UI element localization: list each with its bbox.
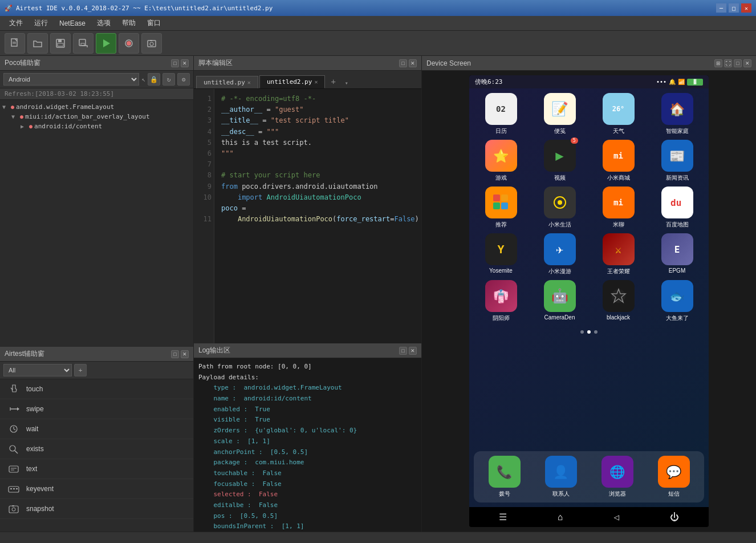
menu-options[interactable]: 选项 (91, 17, 116, 29)
dock-browser[interactable]: 🌐 浏览器 (591, 456, 643, 498)
save-button[interactable] (50, 33, 71, 54)
page-dot-2[interactable] (587, 330, 591, 334)
airtest-close-button[interactable]: ✕ (181, 350, 189, 358)
tab-add-button[interactable]: + (326, 75, 340, 88)
poco-panel-title: Poco辅助窗 (5, 58, 171, 68)
airtest-item-swipe[interactable]: swipe (0, 399, 193, 419)
app-wangzhe[interactable]: ⚔ 王者荣耀 (591, 233, 645, 275)
app-cameraden[interactable]: 🤖 CameraDen (533, 280, 587, 322)
poco-toolbar: Android iOS ↖ 🔒 ↻ ⚙ (0, 71, 193, 88)
app-label-mishop: 小米商城 (607, 174, 630, 182)
dock-browser-icon: 🌐 (601, 456, 633, 488)
app-calendar[interactable]: 02 日历 (474, 93, 528, 135)
screenshot-button[interactable] (141, 33, 162, 54)
menu-file[interactable]: 文件 (3, 17, 29, 29)
poco-refresh-button[interactable]: ↻ (162, 73, 175, 86)
page-dot-3[interactable] (594, 330, 598, 334)
airtest-item-wait[interactable]: wait (0, 419, 193, 439)
airtest-filter-select[interactable]: All (3, 364, 72, 376)
app-milife[interactable]: 小米生活 (533, 187, 587, 229)
app-weather[interactable]: 26° 天气 (591, 93, 645, 135)
tree-toggle-actionbar[interactable]: ▼ (11, 114, 18, 120)
log-float-button[interactable]: □ (399, 347, 407, 355)
tree-toggle-framelayout[interactable]: ▼ (2, 104, 9, 110)
editor-panel-title: 脚本编辑区 (198, 58, 399, 68)
device-grid-button[interactable]: ⊞ (714, 59, 722, 67)
nav-home-button[interactable]: ⌂ (558, 512, 563, 522)
app-dayu[interactable]: 🐟 大鱼来了 (650, 280, 704, 322)
app-icon-wangzhe: ⚔ (603, 233, 635, 265)
menu-help[interactable]: 帮助 (116, 17, 141, 29)
app-mishop[interactable]: mi 小米商城 (591, 140, 645, 182)
title-controls: ─ □ ✕ (716, 3, 751, 13)
menu-run[interactable]: 运行 (29, 17, 54, 29)
minimize-button[interactable]: ─ (716, 3, 726, 13)
play-button[interactable] (96, 33, 116, 54)
device-fullscreen-button[interactable]: ⛶ (724, 59, 732, 67)
page-dot-1[interactable] (580, 330, 584, 334)
save-as-button[interactable] (73, 33, 94, 54)
poco-close-button[interactable]: ✕ (181, 59, 189, 67)
app-icon-xiaomanyvou: ✈ (544, 233, 576, 265)
menu-window[interactable]: 窗口 (141, 17, 166, 29)
open-file-button[interactable] (27, 33, 48, 54)
airtest-item-touch[interactable]: touch (0, 379, 193, 399)
app-icon-calendar: 02 (485, 93, 517, 125)
close-button[interactable]: ✕ (741, 3, 751, 13)
poco-lock-button[interactable]: 🔒 (148, 73, 160, 86)
device-float-button[interactable]: □ (734, 59, 742, 67)
tab-close-untitled2[interactable]: ✕ (314, 79, 318, 85)
app-notes[interactable]: 📝 便笺 (533, 93, 587, 135)
tab-untitled1[interactable]: untitled.py ✕ (196, 76, 258, 88)
tree-toggle-content[interactable]: ▶ (21, 123, 27, 129)
app-recommend[interactable]: 推荐 (474, 187, 528, 229)
poco-float-button[interactable]: □ (171, 59, 179, 67)
device-panel-title: Device Screen (426, 59, 714, 67)
poco-platform-select[interactable]: Android iOS (3, 73, 139, 86)
phone-status-icons: ••• 🔔 📶 ▓ (656, 79, 703, 86)
svg-point-12 (150, 42, 153, 46)
nav-back-button[interactable]: ◁ (613, 512, 619, 522)
menu-netease[interactable]: NetEase (54, 18, 91, 29)
app-baidumap[interactable]: du 百度地图 (650, 187, 704, 229)
tree-node-framelayout[interactable]: ▼ ● android.widget.FrameLayout (0, 102, 193, 112)
app-yosemite[interactable]: Y Yosemite (474, 233, 528, 275)
tab-dropdown-button[interactable]: ▾ (340, 78, 353, 88)
tab-close-untitled1[interactable]: ✕ (247, 79, 251, 86)
editor-close-button[interactable]: ✕ (409, 59, 417, 67)
code-editor[interactable]: # -*- encoding=utf8 -*- __author__ = "gu… (214, 89, 421, 343)
airtest-item-exists[interactable]: exists (0, 439, 193, 459)
nav-power-button[interactable]: ⏻ (670, 512, 679, 522)
airtest-item-text[interactable]: text (0, 459, 193, 479)
record-button[interactable] (119, 33, 139, 54)
airtest-item-snapshot[interactable]: snapshot (0, 499, 193, 519)
editor-float-button[interactable]: □ (399, 59, 407, 67)
poco-settings-button[interactable]: ⚙ (177, 73, 190, 86)
app-epgm[interactable]: E EPGM (650, 233, 704, 275)
tab-untitled2[interactable]: untitled2.py ✕ (259, 75, 326, 88)
app-video[interactable]: ▶ 5 视频 (533, 140, 587, 182)
device-close-button[interactable]: ✕ (743, 59, 751, 67)
poco-tree-area: ▼ ● android.widget.FrameLayout ▼ ● miui:… (0, 100, 193, 347)
app-smarthome[interactable]: 🏠 智能家庭 (650, 93, 704, 135)
dock-sms[interactable]: 💬 短信 (648, 456, 700, 498)
maximize-button[interactable]: □ (729, 3, 739, 13)
app-games[interactable]: ⭐ 游戏 (474, 140, 528, 182)
app-news[interactable]: 📰 新闻资讯 (650, 140, 704, 182)
nav-menu-button[interactable]: ☰ (499, 512, 507, 522)
window-title: Airtest IDE v.0.0.4_2018-02-27 ~~ E:\tes… (16, 5, 273, 12)
log-line-10: package : com.miui.home (198, 457, 417, 468)
airtest-item-keyevent[interactable]: keyevent (0, 479, 193, 499)
airtest-float-button[interactable]: □ (171, 350, 179, 358)
tree-node-actionbar[interactable]: ▼ ● miui:id/action_bar_overlay_layout (0, 112, 193, 121)
tree-node-content[interactable]: ▶ ● android:id/content (0, 121, 193, 131)
app-miliao[interactable]: mi 米聊 (591, 187, 645, 229)
dock-phone[interactable]: 📞 拨号 (478, 456, 530, 498)
new-file-button[interactable] (5, 33, 25, 54)
app-blackjack[interactable]: blackjack (591, 280, 645, 322)
dock-contacts[interactable]: 👤 联系人 (535, 456, 587, 498)
log-close-button[interactable]: ✕ (409, 347, 417, 355)
app-yinyang[interactable]: 👘 阴阳师 (474, 280, 528, 322)
app-xiaomanyvou[interactable]: ✈ 小米漫游 (533, 233, 587, 275)
airtest-add-button[interactable]: + (74, 364, 87, 376)
